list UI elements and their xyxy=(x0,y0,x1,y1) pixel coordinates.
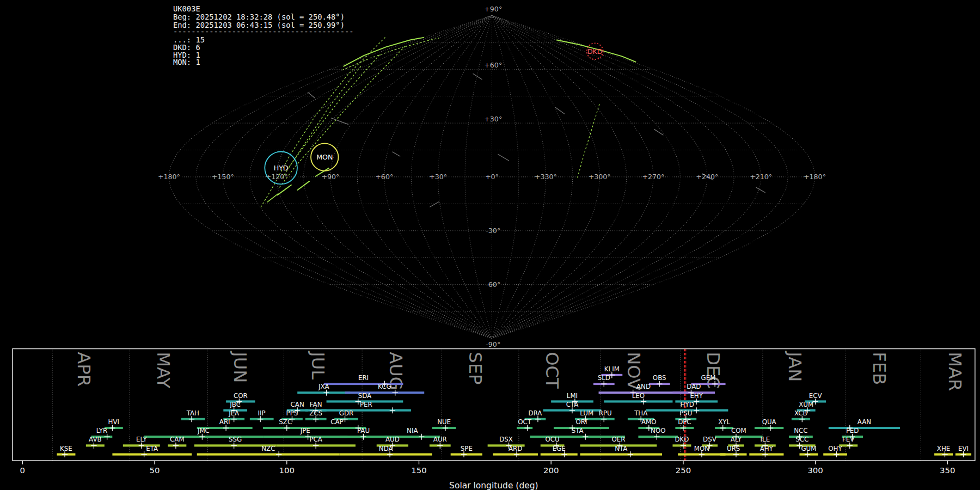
sporadic-track xyxy=(556,107,565,113)
peak-marker xyxy=(231,416,237,422)
lon-label: +270° xyxy=(642,173,664,181)
lat-label: -30° xyxy=(486,226,500,235)
shower-code-label: AMO xyxy=(641,418,657,426)
peak-marker xyxy=(360,434,366,440)
month-label-MAY: MAY xyxy=(153,352,174,388)
shower-code-label: FED xyxy=(846,427,859,434)
peak-marker xyxy=(654,434,659,440)
month-label-JUL: JUL xyxy=(308,351,328,379)
x-axis: 050100150200250300350 xyxy=(20,461,955,475)
shower-code-label: PER xyxy=(360,401,372,408)
shower-code-label: AUR xyxy=(433,436,447,443)
shower-code-label: NDA xyxy=(379,445,393,452)
shower-code-label: KSE xyxy=(60,445,72,452)
peak-marker xyxy=(223,425,229,431)
shower-XHE: XHE xyxy=(934,445,953,457)
peak-marker xyxy=(284,425,290,431)
screenshot-root: +90°+60°+30°-30°-60°-90°+180°+150°+120°+… xyxy=(0,0,980,490)
shower-code-label: GEM xyxy=(701,374,716,382)
peak-marker xyxy=(657,381,662,387)
observation-info: UK003E Beg: 20251202 18:32:28 (sol = 250… xyxy=(173,4,354,67)
shower-code-label: ARD xyxy=(509,445,522,452)
peak-marker xyxy=(681,425,686,431)
shower-code-label: XUM xyxy=(799,401,813,408)
lat-label: +90° xyxy=(484,5,502,13)
shower-code-label: SZC xyxy=(279,418,292,426)
lon-label: +0° xyxy=(485,173,499,181)
shower-STA: STA xyxy=(530,427,625,439)
shower-SPE: SPE xyxy=(451,445,482,457)
shower-KSE: KSE xyxy=(57,445,75,457)
x-tick-label: 0 xyxy=(20,465,25,475)
shower-code-label: TAH xyxy=(186,409,199,417)
peak-marker xyxy=(173,443,179,449)
lon-label: +180° xyxy=(804,173,826,181)
shower-code-label: OER xyxy=(611,436,625,443)
shower-code-label: DRA xyxy=(529,409,542,417)
peak-marker xyxy=(601,381,607,387)
month-label-OCT: OCT xyxy=(542,352,562,389)
peak-marker xyxy=(189,416,194,422)
shower-code-label: STA xyxy=(572,427,584,434)
peak-marker xyxy=(681,443,686,449)
shower-IIP: IIP xyxy=(250,409,274,422)
shower-code-label: JXA xyxy=(318,383,329,390)
shower-code-label: MON xyxy=(694,445,709,452)
peak-marker xyxy=(313,443,318,449)
radiant-label-MON: MON xyxy=(316,153,333,161)
meteor-track xyxy=(297,181,309,190)
x-tick-label: 350 xyxy=(940,465,955,475)
x-tick-label: 200 xyxy=(543,465,559,475)
peak-marker xyxy=(231,443,237,449)
shower-code-label: NUE xyxy=(437,418,451,426)
shower-DPC: DPC xyxy=(675,418,694,431)
shower-code-label: ETA xyxy=(146,445,158,452)
shower-code-label: HVI xyxy=(108,418,119,426)
peak-marker xyxy=(323,390,329,396)
peak-marker xyxy=(694,407,699,413)
lat-label: -90° xyxy=(486,340,500,348)
lat-label: +30° xyxy=(484,115,502,123)
shower-code-label: FAN xyxy=(310,401,322,408)
shower-code-label: AHY xyxy=(760,445,774,452)
sporadic-track xyxy=(498,155,509,161)
peak-marker xyxy=(799,416,805,422)
shower-DKD: DKD xyxy=(672,436,691,448)
month-labels: APRMAYJUNJULAUGSEPOCTNOVDECJANFEBMAR xyxy=(74,351,965,391)
peak-marker xyxy=(524,425,530,431)
shower-code-label: PCA xyxy=(309,436,322,443)
lon-label: +330° xyxy=(535,173,557,181)
peak-marker xyxy=(91,443,96,449)
x-tick-label: 300 xyxy=(807,465,823,475)
radiant-label-DKD: DKD xyxy=(587,47,603,56)
x-tick-label: 100 xyxy=(279,465,295,475)
shower-code-label: DSV xyxy=(703,436,716,443)
plot-canvas: +90°+60°+30°-30°-60°-90°+180°+150°+120°+… xyxy=(0,0,980,490)
month-label-SEP: SEP xyxy=(465,352,486,384)
shower-code-label: AUD xyxy=(385,436,400,443)
activity-bar xyxy=(340,454,432,456)
shower-EVI: EVI xyxy=(955,445,971,457)
begin-time: Beg: 20251202 18:32:28 (sol = 250.48°) xyxy=(173,13,345,21)
shower-code-label: OHY xyxy=(828,445,842,452)
shower-code-label: DPC xyxy=(678,418,691,426)
peak-marker xyxy=(104,434,109,440)
sporadic-track xyxy=(308,93,315,98)
shower-code-label: KCG xyxy=(378,383,391,390)
peak-marker xyxy=(437,443,443,449)
peak-marker xyxy=(641,399,646,405)
activity-bar xyxy=(604,400,672,402)
meteor-track xyxy=(278,185,291,195)
lon-label: +300° xyxy=(589,173,611,181)
sporadic-track xyxy=(654,130,663,135)
shower-code-label: RPU xyxy=(599,409,612,417)
activity-bar xyxy=(197,454,340,456)
shower-code-label: DKD xyxy=(675,436,689,443)
peak-marker xyxy=(62,451,68,457)
shower-CAM: CAM xyxy=(168,436,186,448)
month-label-APR: APR xyxy=(74,352,94,387)
peak-marker xyxy=(628,451,633,457)
sky-grid-labels: +90°+60°+30°-30°-60°-90°+180°+150°+120°+… xyxy=(158,5,826,348)
x-axis-title: Solar longitude (deg) xyxy=(449,481,538,490)
shower-code-label: LYR xyxy=(96,427,107,434)
